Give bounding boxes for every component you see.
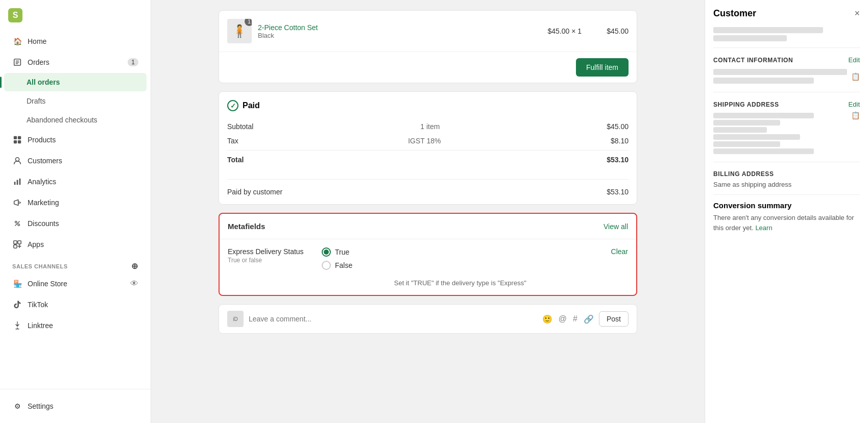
customers-icon	[12, 156, 22, 166]
addr-line-2	[713, 120, 780, 126]
clear-link[interactable]: Clear	[611, 247, 628, 256]
contact-section-row: CONTACT INFORMATION Edit	[713, 56, 860, 64]
svg-rect-6	[14, 182, 16, 185]
sidebar: S 🏠 Home Orders 1 All orders Drafts Aban…	[0, 0, 151, 423]
radio-option-false[interactable]: False	[322, 261, 599, 270]
tiktok-icon	[12, 300, 22, 310]
panel-header: Customer ×	[713, 8, 860, 19]
sidebar-item-marketing[interactable]: Marketing	[4, 192, 147, 213]
sidebar-item-all-orders[interactable]: All orders	[4, 73, 147, 91]
attachment-icon[interactable]: 🔗	[584, 314, 594, 324]
svg-rect-14	[14, 245, 17, 248]
sidebar-item-home[interactable]: 🏠 Home	[4, 31, 147, 52]
addr-line-6	[713, 148, 814, 154]
subtotal-middle: 1 item	[420, 122, 440, 131]
sidebar-item-customers[interactable]: Customers	[4, 151, 147, 171]
fulfill-item-button[interactable]: Fulfill item	[576, 58, 629, 77]
svg-rect-12	[14, 241, 17, 244]
mention-icon[interactable]: @	[559, 314, 567, 324]
item-total: $45.00	[588, 27, 629, 35]
metafield-label-title: Express Delivery Status	[228, 247, 309, 256]
addr-line-1	[713, 113, 814, 118]
item-info: 2-Piece Cotton Set Black	[258, 23, 514, 39]
sidebar-nav: 🏠 Home Orders 1 All orders Drafts Abando…	[0, 27, 151, 389]
sidebar-item-online-store[interactable]: 🏪 Online Store 👁	[4, 273, 147, 294]
svg-rect-1	[14, 136, 17, 139]
metafields-card: Metafields View all Express Delivery Sta…	[219, 213, 637, 296]
sales-channels-label: SALES CHANNELS	[12, 263, 68, 269]
contact-section-label: CONTACT INFORMATION	[713, 57, 793, 64]
radio-false-circle	[322, 261, 331, 270]
tax-value: $8.10	[611, 137, 629, 145]
payment-divider	[227, 179, 629, 180]
customer-sub-blurred	[713, 35, 787, 41]
conversion-text: There aren't any conversion details avai…	[713, 213, 860, 233]
sidebar-item-abandoned-checkouts[interactable]: Abandoned checkouts	[4, 111, 147, 129]
conversion-text-content: There aren't any conversion details avai…	[713, 214, 854, 232]
product-variant: Black	[258, 32, 514, 39]
sidebar-item-settings[interactable]: ⚙ Settings	[4, 396, 147, 416]
radio-true-dot	[324, 250, 329, 255]
close-panel-button[interactable]: ×	[854, 8, 860, 19]
edit-contact-link[interactable]: Edit	[849, 56, 860, 64]
item-price: $45.00 × 1	[520, 27, 582, 35]
copy-address-icon[interactable]: 📋	[851, 111, 860, 119]
emoji-icon[interactable]: 🙂	[542, 314, 552, 324]
sidebar-logo: S	[0, 0, 151, 27]
sidebar-item-products[interactable]: Products	[4, 130, 147, 150]
svg-rect-13	[18, 241, 21, 244]
svg-rect-4	[18, 140, 21, 143]
sidebar-item-label: Settings	[28, 402, 54, 410]
subtotal-row: Subtotal 1 item $45.00	[227, 119, 629, 134]
fulfill-row: Fulfill item	[219, 52, 637, 83]
conversion-title: Conversion summary	[713, 201, 860, 210]
tax-row: Tax IGST 18% $8.10	[227, 134, 629, 148]
apps-icon	[12, 239, 22, 250]
paid-check-icon: ✓	[227, 100, 238, 111]
payment-card: ✓ Paid Subtotal 1 item $45.00 Tax IGST 1…	[219, 91, 637, 205]
radio-option-true[interactable]: True	[322, 247, 599, 257]
add-channel-icon[interactable]: ⊕	[131, 261, 138, 271]
order-item-row: 1 🧍 2-Piece Cotton Set Black $45.00 × 1 …	[219, 11, 637, 52]
metafield-row: Express Delivery Status True or false Tr…	[228, 247, 628, 287]
radio-true-circle	[322, 247, 331, 257]
svg-point-10	[18, 224, 20, 226]
edit-shipping-link[interactable]: Edit	[849, 101, 860, 108]
email-blurred-2	[713, 78, 814, 84]
post-button[interactable]: Post	[599, 311, 629, 327]
product-name-link[interactable]: 2-Piece Cotton Set	[258, 23, 514, 32]
paid-by-value: $53.10	[607, 188, 629, 196]
comment-card: iD 🙂 @ # 🔗 Post	[219, 304, 637, 334]
view-all-link[interactable]: View all	[604, 222, 628, 231]
panel-divider-1	[713, 47, 860, 48]
sidebar-item-discounts[interactable]: Discounts	[4, 213, 147, 234]
learn-link[interactable]: Learn	[755, 224, 772, 232]
sidebar-item-label: TikTok	[28, 301, 48, 309]
contact-email-blurred	[713, 67, 847, 86]
sidebar-item-apps[interactable]: Apps	[4, 234, 147, 255]
product-image-placeholder: 🧍	[232, 24, 247, 38]
home-icon: 🏠	[12, 36, 22, 46]
billing-section-label: BILLING ADDRESS	[713, 170, 860, 178]
sidebar-item-orders[interactable]: Orders 1	[4, 52, 147, 72]
copy-email-icon[interactable]: 📋	[851, 72, 860, 81]
svg-rect-2	[18, 136, 21, 139]
sidebar-bottom: ⚙ Settings	[0, 389, 151, 423]
tax-label: Tax	[227, 137, 238, 145]
order-item-card: 1 🧍 2-Piece Cotton Set Black $45.00 × 1 …	[219, 10, 637, 83]
main-content: 1 🧍 2-Piece Cotton Set Black $45.00 × 1 …	[151, 0, 705, 423]
sidebar-item-analytics[interactable]: Analytics	[4, 171, 147, 192]
hashtag-icon[interactable]: #	[573, 314, 577, 324]
sidebar-item-linktree[interactable]: Linktree	[4, 315, 147, 336]
product-thumbnail: 1 🧍	[227, 19, 252, 43]
sidebar-item-drafts[interactable]: Drafts	[4, 92, 147, 110]
comment-input[interactable]	[249, 315, 537, 323]
metafields-title: Metafields	[228, 222, 265, 231]
sidebar-item-tiktok[interactable]: TikTok	[4, 294, 147, 315]
panel-divider-2	[713, 92, 860, 92]
metafield-options: True False Set it "TRUE" if the delivery…	[322, 247, 599, 287]
eye-icon[interactable]: 👁	[130, 279, 138, 288]
shipping-section-label: SHIPPING ADDRESS	[713, 101, 779, 108]
addr-line-5	[713, 141, 780, 147]
online-store-icon: 🏪	[12, 279, 22, 289]
